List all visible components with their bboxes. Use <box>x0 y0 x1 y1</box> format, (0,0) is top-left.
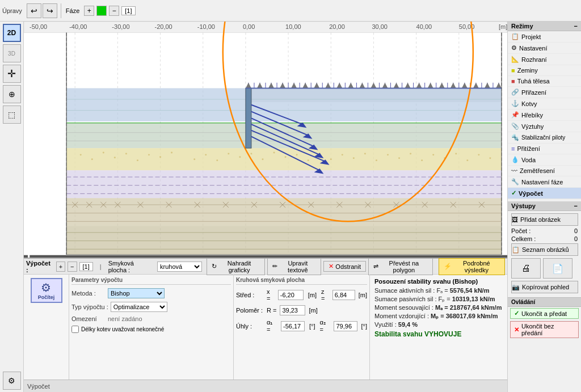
typ-vypoctu-label: Typ výpočtu : <box>71 304 108 310</box>
print2-button[interactable]: 📄 <box>543 258 572 279</box>
alpha1-input[interactable] <box>281 321 305 331</box>
upravy-label: Úpravy <box>2 7 22 14</box>
cross-icon: ✕ <box>514 326 519 334</box>
svg-point-84 <box>137 159 138 161</box>
sumace-pasivnich-row: Sumace pasivních sil : Fₚ = 10319,13 kN/… <box>374 296 503 303</box>
undo-button[interactable]: ↩ <box>27 3 41 18</box>
sidebar-item-projekt[interactable]: 📋 Projekt <box>508 31 581 43</box>
print-button[interactable]: 🖨 <box>511 258 541 279</box>
parametry-title: Parametry výpočtu <box>71 277 231 285</box>
celkem-row: Celkem : 0 <box>511 235 578 242</box>
pocitej-button[interactable]: ⚙ Počítej <box>31 278 62 303</box>
smykova-select[interactable]: kruhová polygonální <box>157 262 202 272</box>
calc-plus-button[interactable]: + <box>56 262 65 272</box>
svg-point-93 <box>250 153 252 154</box>
svg-point-105 <box>387 154 389 155</box>
canvas-area: -50,00 -40,00 -30,00 -20,00 -10,00 0,00 … <box>24 22 507 255</box>
nahradit-graficky-button[interactable]: ↻ Nahradit graficky <box>207 258 265 275</box>
x-input[interactable] <box>278 290 304 300</box>
refresh-icon: ↻ <box>212 263 217 270</box>
sidebar-item-label: Tuhá tělesa <box>517 78 550 85</box>
phase-plus-button[interactable]: + <box>84 6 94 16</box>
calc-minus-button[interactable]: − <box>68 262 77 272</box>
view-3d-button[interactable]: 3D <box>3 44 21 62</box>
moment-sesouv-row: Moment sesouvající : Mₐ = 218767,64 kNm/… <box>374 304 503 311</box>
sidebar-item-rozhrani[interactable]: 📐 Rozhraní <box>508 54 581 65</box>
bottom-middle-params: Kruhová smyková plocha Střed : x = [m] z… <box>234 275 370 380</box>
status-bar: Výpočet <box>24 380 507 392</box>
podrobne-vysledky-button[interactable]: ⚡ Podrobné výsledky <box>439 258 505 275</box>
sidebar-item-zemestreseni[interactable]: 〰 Zemětřesení <box>508 166 581 176</box>
metoda-row: Metoda : Bishop Petterson Spencer <box>71 288 231 298</box>
sidebar-item-zeminy[interactable]: ■ Zeminy <box>508 65 581 76</box>
nastaveni-icon: ⚙ <box>511 44 517 52</box>
sidebar-item-label: Rozhraní <box>521 56 547 63</box>
odstranit-button[interactable]: ✕ Odstranit <box>323 261 366 272</box>
zoom-tool-button[interactable]: ⊕ <box>3 85 21 103</box>
sidebar-item-tuha-telesa[interactable]: ■ Tuhá tělesa <box>508 76 581 87</box>
sidebar-item-nastaveni[interactable]: ⚙ Nastavení <box>508 43 581 54</box>
svg-point-106 <box>398 157 400 159</box>
sidebar-item-label: Stabilizační piloty <box>521 134 565 141</box>
delky-kotev-checkbox[interactable] <box>71 326 79 333</box>
view-2d-button[interactable]: 2D <box>3 24 21 42</box>
ukoncit-bez-button[interactable]: ✕ Ukončit bez předání <box>510 321 579 338</box>
sumace-aktivnich-row: Sumace aktivních sil : Fₐ = 5576,54 kN/m <box>374 287 503 294</box>
sidebar-item-prirazeni[interactable]: 🔗 Přiřazení <box>508 87 581 98</box>
sidebar-item-voda[interactable]: 💧 Voda <box>508 154 581 166</box>
phase-minus-button[interactable]: − <box>109 6 119 16</box>
prevest-polygon-button[interactable]: ⇌ Převést na polygon <box>368 258 433 275</box>
svg-point-92 <box>239 156 241 158</box>
sidebar-item-label: Přitížení <box>517 145 540 152</box>
add-image-icon: 🖼 <box>512 216 518 223</box>
ukoncit-predat-button[interactable]: ✓ Ukončit a předat <box>510 308 579 319</box>
moment-vzdor-row: Moment vzdorující : Mₚ = 368017,69 kNm/m <box>374 313 503 320</box>
svg-point-96 <box>285 156 287 158</box>
z-input[interactable] <box>332 290 355 300</box>
r-input[interactable] <box>280 305 305 315</box>
select-tool-button[interactable]: ⬚ <box>3 106 21 124</box>
polomer-row: Poloměr : R = [m] <box>236 305 367 315</box>
sidebar-item-label: Výztuhy <box>521 123 544 130</box>
omezeni-value: není zadáno <box>108 315 142 322</box>
move-tool-button[interactable]: ✛ <box>3 65 21 83</box>
sidebar-item-pritizeni[interactable]: ≡ Přitížení <box>508 144 581 154</box>
main-canvas[interactable]: -50,00 -40,00 -30,00 -20,00 -10,00 0,00 … <box>24 22 507 255</box>
minus-collapse-icon[interactable]: − <box>574 23 578 29</box>
omezeni-label: Omezení <box>71 315 106 322</box>
main-area: 2D 3D ✛ ⊕ ⬚ ⚙ -50,00 -40,00 -30,00 -20,0… <box>0 22 581 392</box>
minus-vystupy-icon[interactable]: − <box>574 203 578 209</box>
settings-button[interactable]: ⚙ <box>3 372 21 390</box>
typ-vypoctu-row: Typ výpočtu : Optimalizace Zadaná plocha <box>71 302 231 312</box>
edit-icon: ✏ <box>272 263 277 270</box>
sidebar-item-kotvy[interactable]: ⚓ Kotvy <box>508 98 581 109</box>
sidebar-item-vypocet[interactable]: ✓ Výpočet <box>508 188 581 199</box>
hrebiky-icon: 📌 <box>511 111 519 119</box>
status-label: Výpočet <box>27 383 50 390</box>
metoda-select[interactable]: Bishop Petterson Spencer <box>108 288 165 298</box>
svg-text:40,00: 40,00 <box>416 23 432 30</box>
sidebar-item-label: Projekt <box>521 33 541 40</box>
typ-vypoctu-select[interactable]: Optimalizace Zadaná plocha <box>111 302 167 312</box>
kotvy-icon: ⚓ <box>511 100 519 107</box>
vyztuhy-icon: 📎 <box>511 123 519 130</box>
z-label: z = <box>321 288 329 302</box>
kopirovat-pohled-button[interactable]: 📷 Kopírovat pohled <box>511 281 578 293</box>
svg-text:-20,00: -20,00 <box>155 23 172 30</box>
svg-text:10,00: 10,00 <box>285 23 301 30</box>
sidebar-item-stab-piloty[interactable]: 🔩 Stabilizační piloty <box>508 132 581 144</box>
pridat-obrazek-button[interactable]: 🖼 Přidat obrázek <box>511 213 578 226</box>
svg-point-97 <box>296 154 298 155</box>
sidebar-item-nastaveni-faze[interactable]: 🔧 Nastavení fáze <box>508 176 581 188</box>
sidebar-item-hrebiky[interactable]: 📌 Hřebíky <box>508 109 581 121</box>
upravit-textove-button[interactable]: ✏ Upravit textově <box>267 258 321 275</box>
alpha2-input[interactable] <box>334 321 357 331</box>
redo-button[interactable]: ↪ <box>43 3 57 18</box>
vyuziti-row: Využití : 59,4 % <box>374 321 503 328</box>
sidebar-item-vyztuhy[interactable]: 📎 Výztuhy <box>508 121 581 132</box>
bottom-right-results: Posouzení stability svahu (Bishop) Sumac… <box>370 275 507 380</box>
sidebar-item-label: Přiřazení <box>521 89 546 96</box>
seznam-obrazku-button[interactable]: 📋 Seznam obrázků <box>511 243 578 256</box>
svg-point-104 <box>376 159 377 161</box>
lightning-icon: ⚡ <box>444 263 452 270</box>
